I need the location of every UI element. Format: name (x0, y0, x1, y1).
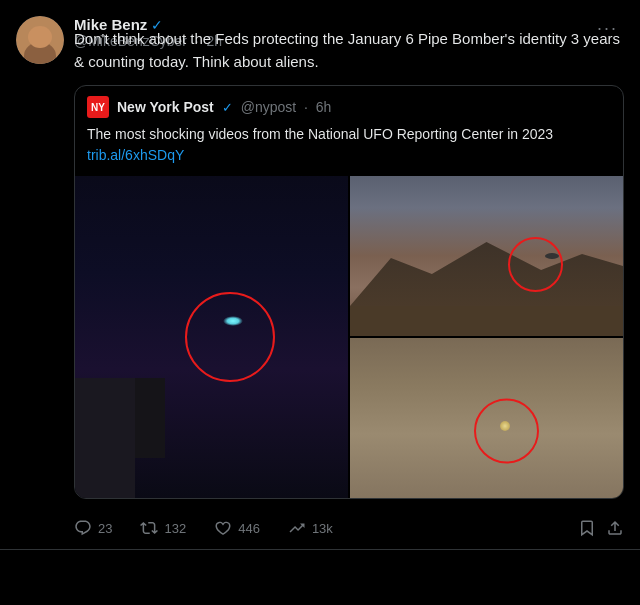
avatar[interactable] (16, 16, 64, 64)
quoted-text: The most shocking videos from the Nation… (75, 124, 623, 176)
ufo-glow (223, 316, 243, 326)
reply-count: 23 (98, 521, 112, 536)
media-left[interactable] (75, 176, 348, 498)
quoted-header: NY New York Post ✓ @nypost · 6h (75, 86, 623, 124)
quoted-handle: @nypost (241, 99, 296, 115)
nypost-logo: NY (87, 96, 109, 118)
red-circle-tr (508, 237, 563, 292)
tweet-card: Mike Benz ✓ @MikeBenzCyber · 2h ··· Don'… (0, 0, 640, 550)
quoted-link[interactable]: trib.al/6xhSDqY (87, 147, 184, 163)
views-button[interactable]: 13k (288, 519, 333, 537)
panel-desert-top (350, 176, 623, 336)
building-shape (75, 378, 135, 498)
like-button[interactable]: 446 (214, 519, 260, 537)
tweet-body: Don't think about the Feds protecting th… (74, 28, 624, 549)
like-count: 446 (238, 521, 260, 536)
views-icon (288, 519, 306, 537)
views-count: 13k (312, 521, 333, 536)
mountain-top (350, 226, 623, 306)
red-circle-br (474, 399, 539, 464)
ufo-dot-br (500, 421, 510, 431)
quoted-user-name[interactable]: New York Post (117, 99, 214, 115)
panel-desert-bottom (350, 338, 623, 498)
red-circle-left (185, 292, 275, 382)
quoted-tweet[interactable]: NY New York Post ✓ @nypost · 6h The most… (74, 85, 624, 499)
like-icon (214, 519, 232, 537)
quoted-time: 6h (316, 99, 332, 115)
ufo-dot-tr (545, 253, 559, 259)
retweet-button[interactable]: 132 (140, 519, 186, 537)
media-grid (75, 176, 623, 498)
reply-button[interactable]: 23 (74, 519, 112, 537)
bookmark-icon (578, 519, 596, 537)
quoted-handle-time: @nypost · 6h (241, 99, 332, 115)
media-top-right[interactable] (350, 176, 623, 336)
ground-top (350, 306, 623, 336)
media-bottom-right[interactable] (350, 338, 623, 498)
bookmark-button[interactable] (578, 519, 596, 537)
action-bar: 23 132 446 (74, 511, 624, 549)
retweet-icon (140, 519, 158, 537)
action-bar-left: 23 132 446 (74, 519, 333, 537)
reply-icon (74, 519, 92, 537)
retweet-count: 132 (164, 521, 186, 536)
share-button[interactable] (606, 519, 624, 537)
panel-night (75, 176, 348, 498)
action-bar-right (578, 519, 624, 537)
quoted-verified-icon: ✓ (222, 100, 233, 115)
share-icon (606, 519, 624, 537)
tweet-text: Don't think about the Feds protecting th… (74, 28, 624, 73)
